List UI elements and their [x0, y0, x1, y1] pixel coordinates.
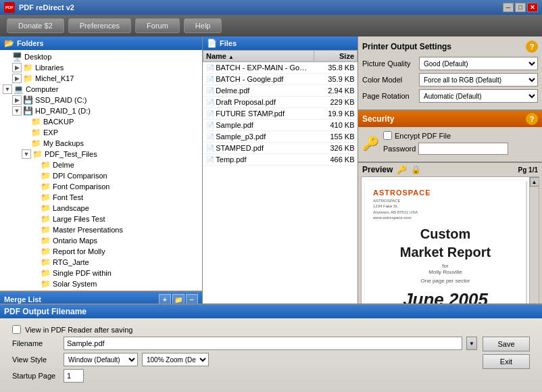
folder-tree-item[interactable]: 📁BACKUP — [1, 116, 201, 127]
view-style-select[interactable]: Window (Default) — [64, 353, 138, 366]
view-reader-label[interactable]: View in PDF Reader after saving — [25, 326, 132, 334]
preview-title: Preview — [362, 165, 393, 174]
tree-toggle-icon[interactable]: ▶ — [12, 95, 22, 105]
folder-tree-item[interactable]: 📁Font Test — [1, 192, 201, 203]
color-model-select[interactable]: Force all to RGB (Default) — [419, 73, 538, 87]
folder-tree-item[interactable]: ▼📁PDF_Test_Files — [1, 149, 201, 160]
page-indicator: Pg 1/1 — [518, 166, 538, 174]
password-row: Password — [383, 143, 508, 155]
folder-tree-item[interactable]: 📁RTG_Jarte — [1, 257, 201, 268]
file-row[interactable]: 📄 Sample.pdf410 KB — [203, 120, 358, 131]
startup-label: Startup Page — [12, 372, 59, 380]
encrypt-label[interactable]: Encrypt PDF File — [395, 132, 451, 140]
save-button[interactable]: Save — [483, 337, 530, 351]
password-input[interactable] — [418, 143, 508, 155]
page-rotation-select[interactable]: Automatic (Default) — [419, 89, 538, 103]
tree-toggle-icon[interactable]: ▶ — [12, 63, 22, 72]
donate-button[interactable]: Donate $2 — [7, 18, 64, 33]
folder-icon: 📁 — [41, 160, 51, 170]
folder-tree-item[interactable]: 📁Solar System — [1, 278, 201, 289]
file-size-cell: 229 KB — [314, 97, 357, 108]
folders-section: 📂 Folders 🖥️Desktop▶📁Libraries▶📁Michel_K… — [0, 36, 202, 292]
picture-quality-select[interactable]: Good (Default) — [419, 57, 538, 70]
folder-tree-item[interactable]: 📁Delme — [1, 160, 201, 170]
folder-tree-item[interactable]: 📁Ontario Maps — [1, 235, 201, 246]
title-bar: PDF PDF reDirect v2 ─ □ ✕ — [0, 0, 542, 15]
file-row[interactable]: 📄 FUTURE STAMP.pdf19.9 KB — [203, 108, 358, 120]
folder-tree-item[interactable]: 📁Font Comparison — [1, 181, 201, 192]
folder-label: Desktop — [24, 53, 51, 61]
folder-tree-item[interactable]: ▶💾SSD_RAID (C:) — [1, 95, 201, 105]
file-size-cell: 326 KB — [314, 143, 357, 154]
tree-toggle-icon[interactable]: ▶ — [12, 74, 22, 83]
folder-icon: 📁 — [41, 214, 51, 224]
folder-tree-item[interactable]: 📁Large Files Test — [1, 214, 201, 224]
folder-tree-item[interactable]: ▶📁Libraries — [1, 62, 201, 73]
folder-tree-item[interactable]: 📁Master Presentations — [1, 224, 201, 235]
exit-button[interactable]: Exit — [483, 354, 530, 369]
close-button[interactable]: ✕ — [527, 3, 538, 12]
zoom-select[interactable]: 100% Zoom (De — [142, 353, 209, 366]
folder-label: Landscape — [53, 204, 89, 212]
tree-toggle-icon[interactable]: ▼ — [3, 84, 12, 94]
view-reader-checkbox[interactable] — [12, 325, 21, 334]
forum-button[interactable]: Forum — [135, 18, 180, 33]
preferences-button[interactable]: Preferences — [68, 18, 131, 33]
minimize-button[interactable]: ─ — [503, 3, 514, 12]
file-row[interactable]: 📄 STAMPED.pdf326 KB — [203, 143, 358, 154]
pdf-icon: 📄 — [206, 122, 216, 129]
folder-tree[interactable]: 🖥️Desktop▶📁Libraries▶📁Michel_K17▼💻Comput… — [0, 50, 202, 291]
filename-input[interactable] — [64, 337, 462, 350]
color-model-label: Color Model — [362, 76, 416, 84]
folder-tree-item[interactable]: ▶📁Michel_K17 — [1, 73, 201, 84]
folder-icon: 📁 — [41, 182, 51, 191]
folder-tree-item[interactable]: 📁Report for Molly — [1, 246, 201, 257]
view-style-row: View Style Window (Default) 100% Zoom (D… — [12, 353, 477, 366]
folder-icon: 📁 — [23, 74, 33, 83]
folder-label: Single PDF within — [53, 269, 112, 277]
file-size-cell: 35.8 KB — [314, 62, 357, 74]
pdf-icon: 📄 — [206, 156, 216, 164]
tree-toggle-icon[interactable]: ▼ — [22, 149, 31, 159]
scroll-up-btn[interactable]: ▲ — [530, 177, 539, 187]
file-size-cell: 2.94 KB — [314, 85, 357, 97]
folder-tree-item[interactable]: 🖥️Desktop — [1, 51, 201, 62]
help-button[interactable]: Help — [184, 18, 222, 33]
col-name-header[interactable]: Name — [203, 51, 314, 62]
pdf-icon: 📄 — [206, 133, 216, 141]
folder-label: SSD_RAID (C:) — [35, 96, 87, 104]
col-size-header[interactable]: Size — [314, 51, 357, 62]
file-row[interactable]: 📄 BATCH - Google.pdf35.9 KB — [203, 74, 358, 85]
security-help[interactable]: ? — [526, 113, 538, 125]
startup-row: Startup Page — [12, 369, 477, 383]
preview-subtitle: Market Report — [373, 245, 518, 260]
folder-label: Master Presentations — [53, 226, 123, 234]
file-row[interactable]: 📄 Draft Proposal.pdf229 KB — [203, 97, 358, 108]
folder-tree-item[interactable]: ▼💾HD_RAID_1 (D:) — [1, 105, 201, 116]
file-row[interactable]: 📄 BATCH - EXP-MAIN - Goog...35.8 KB — [203, 62, 358, 74]
file-row[interactable]: 📄 Sample_p3.pdf155 KB — [203, 131, 358, 143]
folder-tree-item[interactable]: ▼💻Computer — [1, 84, 201, 95]
file-row[interactable]: 📄 Temp.pdf466 KB — [203, 154, 358, 166]
folder-icon: 📁 — [41, 203, 51, 213]
filename-row: Filename ▼ — [12, 337, 477, 350]
restore-button[interactable]: □ — [515, 3, 526, 12]
folder-tree-item[interactable]: 📁DPI Comparison — [1, 170, 201, 181]
pdf-icon: 📄 — [206, 64, 216, 72]
folder-tree-item[interactable]: 📁My Backups — [1, 138, 201, 149]
filename-dropdown-btn[interactable]: ▼ — [466, 337, 477, 350]
file-row[interactable]: 📄 Delme.pdf2.94 KB — [203, 85, 358, 97]
tree-toggle-icon[interactable]: ▼ — [12, 106, 22, 116]
folder-label: DPI Comparison — [53, 172, 107, 180]
lock-icon: 🔑 — [362, 135, 379, 151]
encrypt-checkbox[interactable] — [383, 131, 392, 140]
printer-settings-help[interactable]: ? — [526, 41, 538, 53]
startup-input[interactable] — [64, 369, 84, 383]
folder-tree-item[interactable]: 📁Single PDF within — [1, 268, 201, 278]
file-name-cell: 📄 BATCH - EXP-MAIN - Goog... — [203, 62, 314, 74]
file-name: BATCH - EXP-MAIN - Goog... — [216, 64, 314, 72]
folder-tree-item[interactable]: 📁EXP — [1, 127, 201, 138]
folder-tree-item[interactable]: 📁Landscape — [1, 203, 201, 214]
picture-quality-row: Picture Quality Good (Default) — [362, 57, 538, 70]
folder-label: Computer — [26, 85, 58, 93]
